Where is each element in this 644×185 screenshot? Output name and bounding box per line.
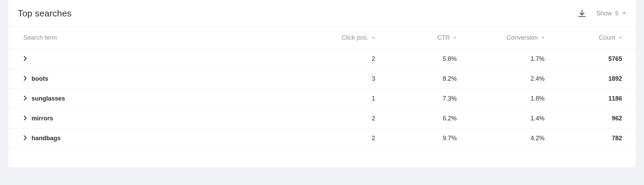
search-term-text: boots — [32, 75, 48, 82]
cell-count: 962 — [554, 109, 636, 129]
chevron-right-icon[interactable] — [23, 56, 27, 62]
search-term-text: mirrors — [32, 115, 53, 122]
chevron-right-icon[interactable] — [23, 135, 27, 141]
cell-ctr: 9.7% — [385, 129, 466, 148]
sort-caret-icon — [453, 37, 457, 39]
cell-click-pos: 2 — [297, 109, 385, 129]
cell-search-term: boots — [8, 69, 297, 89]
cell-conversion: 2.4% — [466, 69, 554, 89]
cell-conversion: 1.8% — [466, 89, 554, 109]
cell-search-term: mirrors — [8, 109, 297, 129]
table-header-row: Search term Click pos. CTR Conversion Co… — [8, 27, 636, 49]
search-term-text: sunglasses — [32, 95, 65, 102]
card-title: Top searches — [18, 8, 72, 19]
cell-ctr: 5.8% — [385, 49, 466, 69]
cell-conversion: 1.7% — [466, 49, 554, 69]
sort-caret-icon — [619, 37, 622, 39]
chevron-right-icon[interactable] — [23, 76, 27, 82]
cell-click-pos: 2 — [297, 49, 385, 69]
column-header-count[interactable]: Count — [554, 27, 636, 49]
cell-ctr: 7.3% — [385, 89, 466, 109]
show-count-selector[interactable]: Show 5 — [596, 10, 626, 17]
chevron-right-icon[interactable] — [23, 116, 27, 121]
cell-count: 1186 — [554, 89, 636, 109]
cell-click-pos: 2 — [297, 129, 385, 148]
table-row[interactable]: sunglasses17.3%1.8%1186 — [8, 89, 636, 109]
cell-search-term — [8, 49, 297, 69]
download-icon[interactable] — [577, 9, 587, 18]
cell-conversion: 4.2% — [466, 129, 554, 148]
header-actions: Show 5 — [577, 9, 626, 18]
cell-search-term: sunglasses — [8, 89, 297, 109]
top-searches-card: Top searches Show 5 Search term — [8, 0, 636, 168]
cell-ctr: 8.2% — [385, 69, 466, 89]
table-row[interactable]: boots38.2%2.4%1892 — [8, 69, 636, 89]
search-term-text: handbags — [32, 135, 61, 142]
column-header-click-pos[interactable]: Click pos. — [297, 27, 385, 49]
show-value: 5 — [615, 10, 619, 17]
card-header: Top searches Show 5 — [8, 0, 636, 27]
sort-caret-icon — [541, 37, 545, 39]
chevron-down-icon — [622, 12, 626, 15]
sort-caret-icon — [372, 37, 375, 39]
cell-click-pos: 3 — [297, 69, 385, 89]
table-row[interactable]: handbags29.7%4.2%782 — [8, 129, 636, 148]
cell-count: 782 — [554, 129, 636, 148]
show-label: Show — [596, 10, 612, 17]
cell-search-term: handbags — [8, 129, 297, 148]
cell-count: 1892 — [554, 69, 636, 89]
chevron-right-icon[interactable] — [23, 96, 27, 102]
table-row[interactable]: 25.8%1.7%5765 — [8, 49, 636, 69]
table-bottom-spacer — [8, 148, 636, 168]
top-searches-table: Search term Click pos. CTR Conversion Co… — [8, 27, 636, 148]
column-header-ctr[interactable]: CTR — [385, 27, 466, 49]
cell-conversion: 1.4% — [466, 109, 554, 129]
cell-click-pos: 1 — [297, 89, 385, 109]
column-header-search-term[interactable]: Search term — [8, 27, 297, 49]
table-row[interactable]: mirrors26.2%1.4%962 — [8, 109, 636, 129]
cell-count: 5765 — [554, 49, 636, 69]
column-header-conversion[interactable]: Conversion — [466, 27, 554, 49]
cell-ctr: 6.2% — [385, 109, 466, 129]
